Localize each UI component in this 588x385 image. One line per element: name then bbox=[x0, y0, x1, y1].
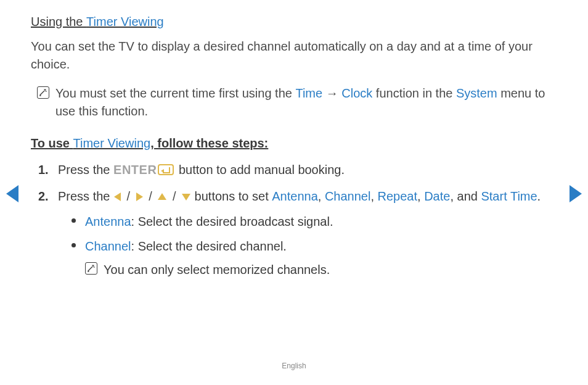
antenna-desc: : Select the desired broadcast signal. bbox=[131, 215, 333, 228]
comma: , bbox=[370, 189, 377, 203]
bullet-list: Antenna: Select the desired broadcast si… bbox=[58, 212, 557, 279]
note-set-time: You must set the current time first usin… bbox=[37, 85, 557, 120]
system-link: System bbox=[456, 86, 497, 100]
arrow-separator: → bbox=[322, 86, 341, 100]
channel-desc: : Select the desired channel. bbox=[131, 239, 287, 253]
step-number: 1. bbox=[38, 160, 52, 180]
slash: / bbox=[169, 189, 179, 203]
step1-post: button to add manual booking. bbox=[175, 163, 345, 176]
heading-prefix: Using the bbox=[31, 15, 86, 28]
next-page-button[interactable] bbox=[570, 185, 582, 202]
subheading-link: Timer Viewing bbox=[73, 136, 151, 150]
chevron-right-icon bbox=[570, 185, 582, 202]
antenna-label: Antenna bbox=[85, 215, 131, 228]
steps-list: 1. Press the ENTER button to add manual … bbox=[31, 160, 557, 285]
step-body: Press the ENTER button to add manual boo… bbox=[58, 160, 557, 180]
period: . bbox=[537, 189, 541, 203]
and-text: , and bbox=[450, 189, 481, 203]
footer-language: English bbox=[0, 362, 588, 370]
up-arrow-icon bbox=[158, 193, 166, 200]
slash: / bbox=[145, 189, 156, 203]
heading-link: Timer Viewing bbox=[86, 15, 164, 28]
step2-mid: buttons to set bbox=[191, 189, 272, 203]
note-icon bbox=[37, 86, 49, 99]
starttime-link: Start Time bbox=[481, 189, 537, 203]
bullet-antenna: Antenna: Select the desired broadcast si… bbox=[71, 212, 557, 231]
page-content: Using the Timer Viewing You can set the … bbox=[0, 0, 588, 285]
time-link: Time bbox=[295, 86, 322, 100]
channel-label: Channel bbox=[85, 239, 131, 253]
right-arrow-icon bbox=[136, 192, 143, 201]
antenna-link: Antenna bbox=[272, 189, 318, 203]
note-icon bbox=[85, 262, 97, 275]
steps-heading: To use Timer Viewing, follow these steps… bbox=[31, 136, 557, 151]
step-body: Press the / / / buttons to set Antenna, … bbox=[58, 187, 557, 285]
comma: , bbox=[318, 189, 325, 203]
enter-icon bbox=[158, 164, 174, 175]
note-mid: function in the bbox=[372, 86, 456, 100]
clock-link: Clock bbox=[341, 86, 372, 100]
note-pre: You must set the current time first usin… bbox=[55, 86, 295, 100]
left-arrow-icon bbox=[114, 192, 121, 201]
chevron-left-icon bbox=[6, 185, 18, 202]
intro-text: You can set the TV to display a desired … bbox=[31, 38, 557, 73]
channel-subnote: You can only select memorized channels. bbox=[85, 260, 557, 279]
date-link: Date bbox=[424, 189, 450, 203]
note-text: You must set the current time first usin… bbox=[55, 85, 557, 120]
channel-note-text: You can only select memorized channels. bbox=[104, 260, 330, 279]
repeat-link: Repeat bbox=[378, 189, 418, 203]
step-number: 2. bbox=[38, 187, 52, 206]
slash: / bbox=[123, 189, 134, 203]
step1-pre: Press the bbox=[58, 163, 113, 176]
step-2: 2. Press the / / / buttons to set Antenn… bbox=[38, 187, 557, 285]
prev-page-button[interactable] bbox=[6, 185, 18, 202]
step2-pre: Press the bbox=[58, 189, 113, 203]
subheading-pre: To use bbox=[31, 136, 73, 150]
enter-label: ENTER bbox=[113, 163, 157, 176]
step-1: 1. Press the ENTER button to add manual … bbox=[38, 160, 557, 180]
bullet-channel: Channel: Select the desired channel. You… bbox=[71, 237, 557, 279]
page-heading: Using the Timer Viewing bbox=[31, 15, 557, 29]
channel-link: Channel bbox=[325, 189, 371, 203]
down-arrow-icon bbox=[182, 194, 190, 201]
subheading-post: , follow these steps: bbox=[150, 136, 268, 150]
comma: , bbox=[417, 189, 424, 203]
